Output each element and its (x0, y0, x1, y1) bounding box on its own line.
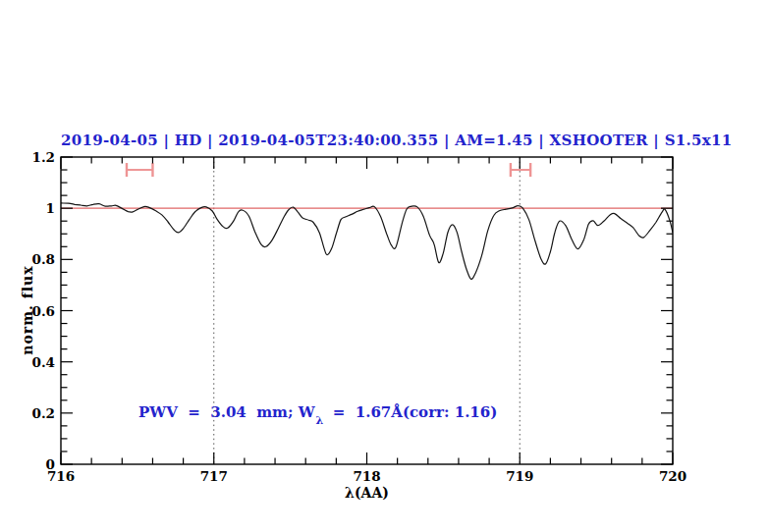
figure: 2019-04-05 | HD | 2019-04-05T23:40:00.35… (0, 0, 768, 532)
y-tick-label: 0.4 (0, 354, 55, 370)
spectrum-line (61, 203, 673, 279)
spectrum-plot-area (0, 0, 768, 532)
pwv-annotation: PWV = 3.04 mm; Wλ = 1.67Å(corr: 1.16) (138, 403, 497, 424)
pwv-annotation-text-2: = 1.67Å(corr: 1.16) (322, 403, 497, 421)
y-tick-label: 0.2 (0, 405, 55, 421)
y-tick-label: 0.8 (0, 251, 55, 267)
y-tick-label: 0.6 (0, 303, 55, 319)
x-tick-label: 717 (185, 468, 244, 484)
x-tick-label: 719 (490, 468, 549, 484)
y-tick-label: 0 (0, 456, 55, 472)
y-tick-label: 1 (0, 200, 55, 216)
x-tick-label: 718 (338, 468, 397, 484)
x-axis-title: λ(AA) (61, 485, 673, 501)
lambda-subscript: λ (316, 414, 324, 427)
pwv-annotation-text: PWV = 3.04 mm; W (138, 403, 315, 421)
x-tick-label: 720 (643, 468, 702, 484)
y-tick-label: 1.2 (0, 149, 55, 165)
